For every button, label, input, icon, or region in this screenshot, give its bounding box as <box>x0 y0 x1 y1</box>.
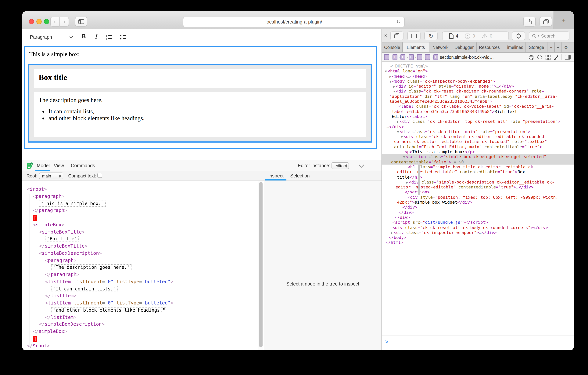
model-tree-line[interactable]: </listItem> <box>22 293 258 300</box>
search-input[interactable]: ▾ Search <box>529 32 569 40</box>
dom-tree-line[interactable]: </section> <box>382 190 574 195</box>
model-tree-line[interactable]: </paragraph> <box>22 207 258 214</box>
dom-tree-line[interactable]: ▼<div class="ck ck-editor__main" role="p… <box>382 129 574 134</box>
styles-brush-icon[interactable] <box>554 55 558 60</box>
dock-bottom-button[interactable] <box>407 32 420 40</box>
root-select[interactable]: main <box>39 173 63 179</box>
model-tree-line[interactable]: <paragraph> <box>22 257 258 264</box>
chevron-down-icon[interactable] <box>69 36 73 39</box>
element-crumb-icon[interactable]: E <box>392 54 397 60</box>
element-crumb-icon[interactable]: E <box>384 54 389 60</box>
dom-tree-line[interactable]: label_e63cbbfece34c53ce23501062343f49b8"… <box>382 109 574 114</box>
dom-tree-line-selected[interactable]: contenteditable="false"> = $0 <box>382 159 574 165</box>
model-tree-line[interactable]: </simpleBoxTitle> <box>22 243 258 250</box>
share-button[interactable] <box>523 17 536 27</box>
bold-button[interactable]: B <box>82 33 86 40</box>
inspector-tab-view[interactable]: View <box>54 163 64 168</box>
bulleted-list-icon[interactable] <box>120 34 126 40</box>
model-tree-line[interactable]: "The description goes here." <box>22 264 258 271</box>
model-tree-line[interactable]: ] <box>22 335 258 342</box>
element-crumb-icon[interactable]: E <box>425 54 430 60</box>
model-tree-line[interactable]: </simpleBox> <box>22 328 258 335</box>
model-tree-line[interactable]: <$root> <box>22 186 258 193</box>
reload-icon[interactable]: ↻ <box>397 19 401 25</box>
model-tree-line[interactable]: <simpleBoxTitle> <box>22 229 258 236</box>
model-tree-line[interactable]: </paragraph> <box>22 271 258 278</box>
dom-tree-line[interactable]: ▶<head>…</head> <box>382 74 574 79</box>
dom-tree-line[interactable]: <p>This is a simple box:</p> <box>382 149 574 154</box>
sidebar-button[interactable] <box>75 17 87 27</box>
back-button[interactable]: ‹ <box>50 17 60 27</box>
devtools-tab-elements[interactable]: Elements <box>403 43 429 52</box>
dom-tree-line[interactable]: "application" dir="ltr" lang="en" aria-l… <box>382 94 574 99</box>
devtools-tab-debugger[interactable]: Debugger <box>452 43 477 52</box>
model-tree-line[interactable]: <paragraph> <box>22 193 258 200</box>
simple-box-description[interactable]: The description goes here. It can contai… <box>34 92 366 137</box>
inspector-tab-model[interactable]: Model <box>37 163 50 168</box>
numbered-list-icon[interactable]: 12 <box>106 34 113 40</box>
element-crumb-icon[interactable]: E <box>409 54 414 60</box>
dom-tree-line[interactable]: editor__nested-editable" contenteditable… <box>382 185 574 190</box>
model-tree-line[interactable]: "Box title" <box>22 236 258 243</box>
devtools-tab-network[interactable]: Network <box>429 43 452 52</box>
element-crumb-icon[interactable]: E <box>417 54 422 60</box>
dom-tree-line[interactable]: corners ck-editor__editable_inline ck-fo… <box>382 139 574 144</box>
devtools-tab-console[interactable]: Console <box>382 43 403 52</box>
model-tree-line[interactable]: </listItem> <box>22 314 258 321</box>
devtools-tab-resources[interactable]: Resources <box>477 43 502 52</box>
dom-tree-line[interactable]: Editor</label> <box>382 114 574 119</box>
dom-tree-line[interactable]: ▶<div class="ck-inspector-wrapper">…</di… <box>382 230 574 235</box>
dom-tree-line-selected[interactable]: ▼<section class="simple-box ck-widget ck… <box>382 154 574 160</box>
dom-tree-line[interactable]: ▼<div class="ck ck-reset ck-editor ck-ro… <box>382 89 574 94</box>
more-tabs-icon[interactable]: » <box>547 43 555 52</box>
rich-text-editable[interactable]: This is a simple box: Box title The desc… <box>24 46 377 149</box>
model-tree-line[interactable]: "This is a simple box:" <box>22 200 258 207</box>
url-bar[interactable]: localhost/creating-a-plugin/ ↻ <box>183 17 405 27</box>
dom-tree-line[interactable]: <h1 class="simple-box-title ck-editor__e… <box>382 165 574 170</box>
add-tab-icon[interactable]: + <box>555 43 562 52</box>
dom-tree-line[interactable]: </div> <box>382 215 574 220</box>
element-crumb-icon[interactable]: E <box>433 54 438 60</box>
settings-gear-icon[interactable]: ⚙ <box>562 43 570 52</box>
collapse-inspector-icon[interactable] <box>358 164 365 168</box>
quick-console[interactable]: > <box>382 336 574 350</box>
source-code-icon[interactable] <box>537 55 543 60</box>
element-crumb-icon[interactable]: E <box>401 54 406 60</box>
toggle-right-sidebar-icon[interactable] <box>565 55 571 60</box>
model-tree-line[interactable]: <listItem listIndent="0" listType="bulle… <box>22 299 258 307</box>
dom-tree-line[interactable]: <script src="dist/bundle.js"></script> <box>382 220 574 225</box>
dom-tree-line[interactable]: 42px;">simple box widget</div> <box>382 200 574 205</box>
dom-tree-line[interactable]: ▼<html lang="en"> <box>382 69 574 74</box>
dom-tree-line[interactable]: </body> <box>382 235 574 240</box>
model-tree-line[interactable]: <simpleBoxDescription> <box>22 250 258 257</box>
inspect-pane-tab-inspect[interactable]: Inspect <box>268 173 284 179</box>
close-window-button[interactable] <box>29 19 34 24</box>
dom-tree-line[interactable]: <label class="ck ck-label ck-voice-label… <box>382 104 574 109</box>
print-icon[interactable] <box>528 55 534 60</box>
inspector-tab-commands[interactable]: Commands <box>71 163 95 168</box>
dom-tree-line[interactable]: editor__nested-editable" contenteditable… <box>382 169 574 175</box>
model-tree-line[interactable]: </$root> <box>22 342 258 349</box>
model-tree-line[interactable]: <listItem listIndent="0" listType="bulle… <box>22 278 258 286</box>
italic-button[interactable]: I <box>95 33 97 41</box>
scrollbar-thumb[interactable] <box>259 182 262 347</box>
zoom-window-button[interactable] <box>44 19 49 24</box>
dom-tree-line[interactable]: ▶<div class="simple-box-description ck-e… <box>382 180 574 185</box>
model-tree-line[interactable]: "and other block elements like headings.… <box>22 307 258 314</box>
compact-text-checkbox[interactable] <box>97 173 102 178</box>
forward-button[interactable]: › <box>60 17 69 27</box>
dom-tree-line[interactable]: aria-label="Rich Text Editor, main" cont… <box>382 144 574 150</box>
dom-tree-line[interactable]: …</div> <box>382 124 574 129</box>
devtools-tab-timelines[interactable]: Timelines <box>502 43 526 52</box>
dom-tree-line[interactable]: title</h1> <box>382 175 574 180</box>
minimize-window-button[interactable] <box>36 19 42 24</box>
resource-summary-group[interactable]: 4 0 0 <box>442 32 509 40</box>
selected-element-crumb[interactable]: section.simple-box.ck-wid… <box>440 55 494 59</box>
dom-tree-line[interactable]: </div> <box>382 205 574 210</box>
model-tree-line[interactable]: "It can contain lists," <box>22 285 258 293</box>
intro-paragraph[interactable]: This is a simple box: <box>29 51 80 58</box>
model-tree-line[interactable]: </simpleBoxDescription> <box>22 321 258 328</box>
show-tabs-button[interactable] <box>539 17 552 27</box>
reload-page-button[interactable]: ↻ <box>424 32 438 40</box>
dom-tree-line[interactable]: <div style="position: fixed; top: 0px; l… <box>382 195 574 200</box>
